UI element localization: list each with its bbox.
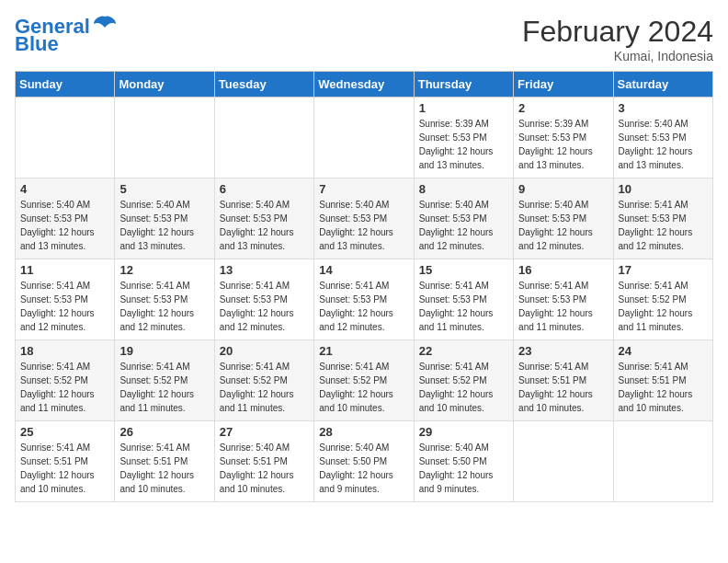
- main-title: February 2024: [522, 15, 713, 49]
- calendar-cell: 4Sunrise: 5:40 AM Sunset: 5:53 PM Daylig…: [16, 178, 115, 259]
- calendar-cell: [514, 421, 613, 502]
- day-number: 24: [619, 344, 708, 358]
- calendar-cell: 2Sunrise: 5:39 AM Sunset: 5:53 PM Daylig…: [514, 98, 613, 178]
- week-row-4: 18Sunrise: 5:41 AM Sunset: 5:52 PM Dayli…: [16, 340, 713, 421]
- calendar-cell: 15Sunrise: 5:41 AM Sunset: 5:53 PM Dayli…: [414, 259, 513, 340]
- week-row-2: 4Sunrise: 5:40 AM Sunset: 5:53 PM Daylig…: [16, 178, 713, 259]
- day-number: 26: [119, 425, 209, 439]
- calendar-cell: 6Sunrise: 5:40 AM Sunset: 5:53 PM Daylig…: [214, 178, 313, 259]
- calendar-cell: 24Sunrise: 5:41 AM Sunset: 5:51 PM Dayli…: [613, 340, 712, 421]
- day-info: Sunrise: 5:40 AM Sunset: 5:51 PM Dayligh…: [220, 441, 309, 496]
- col-header-saturday: Saturday: [613, 72, 712, 98]
- day-info: Sunrise: 5:41 AM Sunset: 5:53 PM Dayligh…: [20, 279, 109, 334]
- day-info: Sunrise: 5:41 AM Sunset: 5:52 PM Dayligh…: [20, 360, 109, 415]
- day-info: Sunrise: 5:40 AM Sunset: 5:53 PM Dayligh…: [119, 198, 209, 253]
- day-number: 16: [518, 263, 608, 277]
- day-number: 25: [20, 425, 109, 439]
- week-row-1: 1Sunrise: 5:39 AM Sunset: 5:53 PM Daylig…: [16, 98, 713, 178]
- logo-text-blue: Blue: [15, 33, 59, 55]
- day-number: 13: [220, 263, 309, 277]
- day-info: Sunrise: 5:41 AM Sunset: 5:53 PM Dayligh…: [518, 279, 608, 334]
- day-number: 19: [119, 344, 209, 358]
- day-info: Sunrise: 5:41 AM Sunset: 5:52 PM Dayligh…: [319, 360, 408, 415]
- day-number: 28: [319, 425, 408, 439]
- day-number: 14: [319, 263, 408, 277]
- calendar-cell: 13Sunrise: 5:41 AM Sunset: 5:53 PM Dayli…: [214, 259, 313, 340]
- calendar-cell: 5Sunrise: 5:40 AM Sunset: 5:53 PM Daylig…: [115, 178, 214, 259]
- day-info: Sunrise: 5:41 AM Sunset: 5:52 PM Dayligh…: [619, 279, 708, 334]
- day-info: Sunrise: 5:41 AM Sunset: 5:53 PM Dayligh…: [319, 279, 408, 334]
- page-header: General Blue February 2024 Kumai, Indone…: [15, 15, 713, 63]
- day-number: 23: [518, 344, 608, 358]
- day-number: 9: [518, 182, 608, 196]
- day-number: 18: [20, 344, 109, 358]
- day-number: 20: [220, 344, 309, 358]
- day-info: Sunrise: 5:41 AM Sunset: 5:51 PM Dayligh…: [619, 360, 708, 415]
- day-info: Sunrise: 5:40 AM Sunset: 5:50 PM Dayligh…: [419, 441, 508, 496]
- calendar-cell: 8Sunrise: 5:40 AM Sunset: 5:53 PM Daylig…: [414, 178, 513, 259]
- day-number: 5: [119, 182, 209, 196]
- calendar-cell: 10Sunrise: 5:41 AM Sunset: 5:53 PM Dayli…: [613, 178, 712, 259]
- day-info: Sunrise: 5:41 AM Sunset: 5:52 PM Dayligh…: [220, 360, 309, 415]
- day-number: 15: [419, 263, 508, 277]
- day-info: Sunrise: 5:41 AM Sunset: 5:51 PM Dayligh…: [119, 441, 209, 496]
- day-number: 3: [619, 101, 708, 115]
- day-info: Sunrise: 5:41 AM Sunset: 5:53 PM Dayligh…: [119, 279, 209, 334]
- calendar-cell: 12Sunrise: 5:41 AM Sunset: 5:53 PM Dayli…: [115, 259, 214, 340]
- day-number: 29: [419, 425, 508, 439]
- calendar-table: SundayMondayTuesdayWednesdayThursdayFrid…: [15, 71, 713, 502]
- calendar-cell: 7Sunrise: 5:40 AM Sunset: 5:53 PM Daylig…: [314, 178, 414, 259]
- calendar-cell: [613, 421, 712, 502]
- day-info: Sunrise: 5:41 AM Sunset: 5:53 PM Dayligh…: [220, 279, 309, 334]
- day-number: 2: [518, 101, 608, 115]
- calendar-cell: 17Sunrise: 5:41 AM Sunset: 5:52 PM Dayli…: [613, 259, 712, 340]
- calendar-cell: 25Sunrise: 5:41 AM Sunset: 5:51 PM Dayli…: [16, 421, 115, 502]
- title-block: February 2024 Kumai, Indonesia: [522, 15, 713, 63]
- calendar-cell: 14Sunrise: 5:41 AM Sunset: 5:53 PM Dayli…: [314, 259, 414, 340]
- calendar-cell: 28Sunrise: 5:40 AM Sunset: 5:50 PM Dayli…: [314, 421, 414, 502]
- day-info: Sunrise: 5:41 AM Sunset: 5:53 PM Dayligh…: [619, 198, 708, 253]
- day-info: Sunrise: 5:41 AM Sunset: 5:51 PM Dayligh…: [518, 360, 608, 415]
- calendar-cell: [314, 98, 414, 178]
- day-info: Sunrise: 5:40 AM Sunset: 5:53 PM Dayligh…: [518, 198, 608, 253]
- day-info: Sunrise: 5:39 AM Sunset: 5:53 PM Dayligh…: [518, 117, 608, 172]
- day-number: 11: [20, 263, 109, 277]
- day-info: Sunrise: 5:41 AM Sunset: 5:53 PM Dayligh…: [419, 279, 508, 334]
- calendar-cell: [214, 98, 313, 178]
- logo-bird-icon: [92, 15, 118, 35]
- day-info: Sunrise: 5:40 AM Sunset: 5:53 PM Dayligh…: [319, 198, 408, 253]
- col-header-friday: Friday: [514, 72, 613, 98]
- day-number: 8: [419, 182, 508, 196]
- day-info: Sunrise: 5:40 AM Sunset: 5:53 PM Dayligh…: [419, 198, 508, 253]
- calendar-cell: [16, 98, 115, 178]
- col-header-tuesday: Tuesday: [214, 72, 313, 98]
- col-header-sunday: Sunday: [16, 72, 115, 98]
- day-number: 21: [319, 344, 408, 358]
- header-row: SundayMondayTuesdayWednesdayThursdayFrid…: [16, 72, 713, 98]
- calendar-cell: 3Sunrise: 5:40 AM Sunset: 5:53 PM Daylig…: [613, 98, 712, 178]
- day-number: 6: [220, 182, 309, 196]
- day-info: Sunrise: 5:40 AM Sunset: 5:53 PM Dayligh…: [220, 198, 309, 253]
- day-number: 12: [119, 263, 209, 277]
- week-row-5: 25Sunrise: 5:41 AM Sunset: 5:51 PM Dayli…: [16, 421, 713, 502]
- calendar-cell: 21Sunrise: 5:41 AM Sunset: 5:52 PM Dayli…: [314, 340, 414, 421]
- calendar-cell: 22Sunrise: 5:41 AM Sunset: 5:52 PM Dayli…: [414, 340, 513, 421]
- day-info: Sunrise: 5:41 AM Sunset: 5:51 PM Dayligh…: [20, 441, 109, 496]
- calendar-cell: 29Sunrise: 5:40 AM Sunset: 5:50 PM Dayli…: [414, 421, 513, 502]
- day-info: Sunrise: 5:39 AM Sunset: 5:53 PM Dayligh…: [419, 117, 508, 172]
- calendar-cell: 16Sunrise: 5:41 AM Sunset: 5:53 PM Dayli…: [514, 259, 613, 340]
- calendar-cell: 26Sunrise: 5:41 AM Sunset: 5:51 PM Dayli…: [115, 421, 214, 502]
- day-number: 22: [419, 344, 508, 358]
- col-header-monday: Monday: [115, 72, 214, 98]
- day-number: 17: [619, 263, 708, 277]
- logo: General Blue: [15, 15, 118, 55]
- calendar-cell: 18Sunrise: 5:41 AM Sunset: 5:52 PM Dayli…: [16, 340, 115, 421]
- day-number: 7: [319, 182, 408, 196]
- subtitle: Kumai, Indonesia: [522, 49, 713, 63]
- day-number: 4: [20, 182, 109, 196]
- day-info: Sunrise: 5:40 AM Sunset: 5:50 PM Dayligh…: [319, 441, 408, 496]
- day-number: 1: [419, 101, 508, 115]
- col-header-thursday: Thursday: [414, 72, 513, 98]
- calendar-cell: 23Sunrise: 5:41 AM Sunset: 5:51 PM Dayli…: [514, 340, 613, 421]
- calendar-cell: 9Sunrise: 5:40 AM Sunset: 5:53 PM Daylig…: [514, 178, 613, 259]
